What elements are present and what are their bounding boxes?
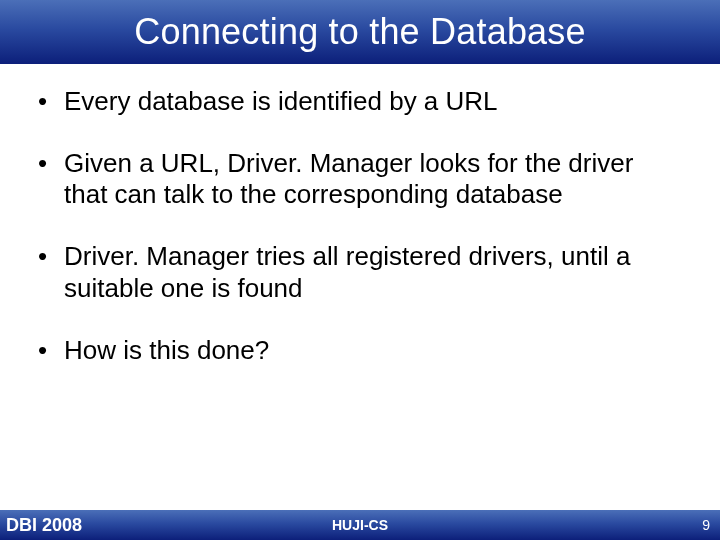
- page-number: 9: [702, 517, 710, 533]
- bullet-item: Given a URL, Driver. Manager looks for t…: [38, 148, 682, 211]
- bullet-item: Every database is identified by a URL: [38, 86, 682, 118]
- footer-bar: DBI 2008 HUJI-CS 9: [0, 510, 720, 540]
- slide-body: Every database is identified by a URL Gi…: [0, 64, 720, 510]
- title-bar: Connecting to the Database: [0, 0, 720, 64]
- slide-title: Connecting to the Database: [134, 11, 586, 53]
- slide: Connecting to the Database Every databas…: [0, 0, 720, 540]
- footer-left-text: DBI 2008: [0, 515, 82, 536]
- bullet-list: Every database is identified by a URL Gi…: [38, 86, 682, 366]
- footer-center-text: HUJI-CS: [332, 517, 388, 533]
- bullet-item: Driver. Manager tries all registered dri…: [38, 241, 682, 304]
- bullet-item: How is this done?: [38, 335, 682, 367]
